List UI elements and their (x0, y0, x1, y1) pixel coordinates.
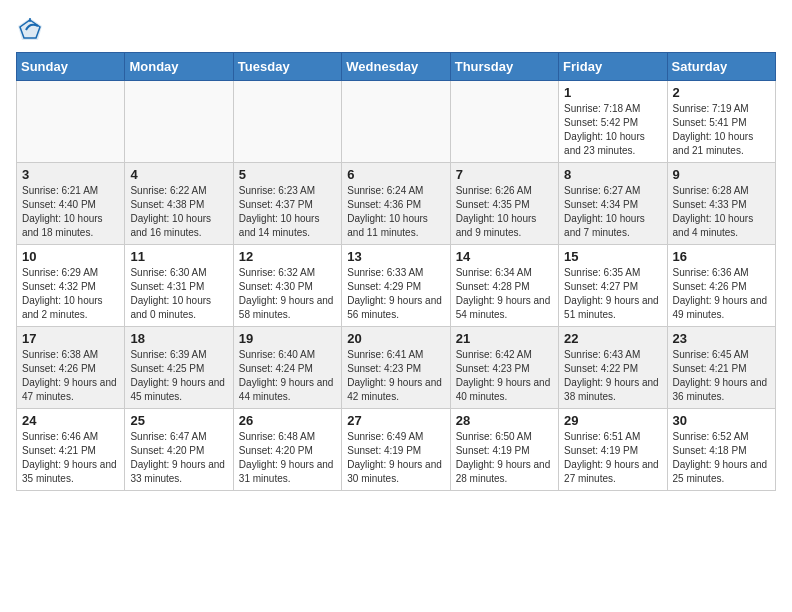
day-number: 2 (673, 85, 770, 100)
day-number: 17 (22, 331, 119, 346)
calendar-cell: 13Sunrise: 6:33 AM Sunset: 4:29 PM Dayli… (342, 245, 450, 327)
col-header-saturday: Saturday (667, 53, 775, 81)
calendar-cell: 6Sunrise: 6:24 AM Sunset: 4:36 PM Daylig… (342, 163, 450, 245)
day-number: 25 (130, 413, 227, 428)
calendar-cell: 9Sunrise: 6:28 AM Sunset: 4:33 PM Daylig… (667, 163, 775, 245)
day-info: Sunrise: 6:36 AM Sunset: 4:26 PM Dayligh… (673, 266, 770, 322)
col-header-thursday: Thursday (450, 53, 558, 81)
day-info: Sunrise: 6:28 AM Sunset: 4:33 PM Dayligh… (673, 184, 770, 240)
day-number: 14 (456, 249, 553, 264)
day-info: Sunrise: 6:47 AM Sunset: 4:20 PM Dayligh… (130, 430, 227, 486)
col-header-monday: Monday (125, 53, 233, 81)
col-header-friday: Friday (559, 53, 667, 81)
day-number: 3 (22, 167, 119, 182)
day-info: Sunrise: 7:19 AM Sunset: 5:41 PM Dayligh… (673, 102, 770, 158)
day-info: Sunrise: 6:24 AM Sunset: 4:36 PM Dayligh… (347, 184, 444, 240)
day-info: Sunrise: 6:29 AM Sunset: 4:32 PM Dayligh… (22, 266, 119, 322)
calendar-cell: 10Sunrise: 6:29 AM Sunset: 4:32 PM Dayli… (17, 245, 125, 327)
day-info: Sunrise: 6:21 AM Sunset: 4:40 PM Dayligh… (22, 184, 119, 240)
day-info: Sunrise: 6:34 AM Sunset: 4:28 PM Dayligh… (456, 266, 553, 322)
day-number: 10 (22, 249, 119, 264)
day-number: 15 (564, 249, 661, 264)
day-number: 1 (564, 85, 661, 100)
day-info: Sunrise: 6:35 AM Sunset: 4:27 PM Dayligh… (564, 266, 661, 322)
calendar-cell: 15Sunrise: 6:35 AM Sunset: 4:27 PM Dayli… (559, 245, 667, 327)
calendar-cell (17, 81, 125, 163)
calendar-cell: 24Sunrise: 6:46 AM Sunset: 4:21 PM Dayli… (17, 409, 125, 491)
calendar-cell: 18Sunrise: 6:39 AM Sunset: 4:25 PM Dayli… (125, 327, 233, 409)
day-number: 19 (239, 331, 336, 346)
day-info: Sunrise: 6:23 AM Sunset: 4:37 PM Dayligh… (239, 184, 336, 240)
calendar-cell: 29Sunrise: 6:51 AM Sunset: 4:19 PM Dayli… (559, 409, 667, 491)
calendar-week-1: 1Sunrise: 7:18 AM Sunset: 5:42 PM Daylig… (17, 81, 776, 163)
calendar-cell: 19Sunrise: 6:40 AM Sunset: 4:24 PM Dayli… (233, 327, 341, 409)
calendar-header: SundayMondayTuesdayWednesdayThursdayFrid… (17, 53, 776, 81)
calendar-cell: 4Sunrise: 6:22 AM Sunset: 4:38 PM Daylig… (125, 163, 233, 245)
calendar-cell: 8Sunrise: 6:27 AM Sunset: 4:34 PM Daylig… (559, 163, 667, 245)
calendar-cell (450, 81, 558, 163)
day-number: 6 (347, 167, 444, 182)
day-info: Sunrise: 6:30 AM Sunset: 4:31 PM Dayligh… (130, 266, 227, 322)
day-number: 9 (673, 167, 770, 182)
calendar-cell: 3Sunrise: 6:21 AM Sunset: 4:40 PM Daylig… (17, 163, 125, 245)
calendar-cell: 2Sunrise: 7:19 AM Sunset: 5:41 PM Daylig… (667, 81, 775, 163)
day-info: Sunrise: 6:27 AM Sunset: 4:34 PM Dayligh… (564, 184, 661, 240)
day-info: Sunrise: 6:33 AM Sunset: 4:29 PM Dayligh… (347, 266, 444, 322)
day-number: 18 (130, 331, 227, 346)
day-info: Sunrise: 6:39 AM Sunset: 4:25 PM Dayligh… (130, 348, 227, 404)
calendar-cell: 25Sunrise: 6:47 AM Sunset: 4:20 PM Dayli… (125, 409, 233, 491)
day-info: Sunrise: 6:32 AM Sunset: 4:30 PM Dayligh… (239, 266, 336, 322)
day-number: 11 (130, 249, 227, 264)
day-number: 29 (564, 413, 661, 428)
header-row: SundayMondayTuesdayWednesdayThursdayFrid… (17, 53, 776, 81)
calendar-cell: 22Sunrise: 6:43 AM Sunset: 4:22 PM Dayli… (559, 327, 667, 409)
day-number: 16 (673, 249, 770, 264)
day-info: Sunrise: 6:49 AM Sunset: 4:19 PM Dayligh… (347, 430, 444, 486)
day-number: 27 (347, 413, 444, 428)
day-info: Sunrise: 6:51 AM Sunset: 4:19 PM Dayligh… (564, 430, 661, 486)
col-header-tuesday: Tuesday (233, 53, 341, 81)
calendar-cell: 7Sunrise: 6:26 AM Sunset: 4:35 PM Daylig… (450, 163, 558, 245)
calendar-cell: 30Sunrise: 6:52 AM Sunset: 4:18 PM Dayli… (667, 409, 775, 491)
calendar-cell (233, 81, 341, 163)
day-number: 13 (347, 249, 444, 264)
calendar-week-2: 3Sunrise: 6:21 AM Sunset: 4:40 PM Daylig… (17, 163, 776, 245)
calendar-cell: 28Sunrise: 6:50 AM Sunset: 4:19 PM Dayli… (450, 409, 558, 491)
calendar-week-5: 24Sunrise: 6:46 AM Sunset: 4:21 PM Dayli… (17, 409, 776, 491)
day-info: Sunrise: 6:52 AM Sunset: 4:18 PM Dayligh… (673, 430, 770, 486)
calendar-cell: 12Sunrise: 6:32 AM Sunset: 4:30 PM Dayli… (233, 245, 341, 327)
day-number: 4 (130, 167, 227, 182)
day-number: 20 (347, 331, 444, 346)
calendar-cell: 14Sunrise: 6:34 AM Sunset: 4:28 PM Dayli… (450, 245, 558, 327)
page-header (16, 16, 776, 44)
day-info: Sunrise: 6:46 AM Sunset: 4:21 PM Dayligh… (22, 430, 119, 486)
day-number: 26 (239, 413, 336, 428)
day-info: Sunrise: 6:42 AM Sunset: 4:23 PM Dayligh… (456, 348, 553, 404)
day-info: Sunrise: 6:26 AM Sunset: 4:35 PM Dayligh… (456, 184, 553, 240)
day-number: 22 (564, 331, 661, 346)
day-info: Sunrise: 6:43 AM Sunset: 4:22 PM Dayligh… (564, 348, 661, 404)
day-info: Sunrise: 6:50 AM Sunset: 4:19 PM Dayligh… (456, 430, 553, 486)
day-info: Sunrise: 7:18 AM Sunset: 5:42 PM Dayligh… (564, 102, 661, 158)
day-info: Sunrise: 6:40 AM Sunset: 4:24 PM Dayligh… (239, 348, 336, 404)
day-info: Sunrise: 6:41 AM Sunset: 4:23 PM Dayligh… (347, 348, 444, 404)
logo-icon (16, 16, 44, 44)
calendar-cell: 1Sunrise: 7:18 AM Sunset: 5:42 PM Daylig… (559, 81, 667, 163)
day-number: 24 (22, 413, 119, 428)
calendar-body: 1Sunrise: 7:18 AM Sunset: 5:42 PM Daylig… (17, 81, 776, 491)
day-info: Sunrise: 6:38 AM Sunset: 4:26 PM Dayligh… (22, 348, 119, 404)
col-header-sunday: Sunday (17, 53, 125, 81)
day-info: Sunrise: 6:45 AM Sunset: 4:21 PM Dayligh… (673, 348, 770, 404)
calendar-table: SundayMondayTuesdayWednesdayThursdayFrid… (16, 52, 776, 491)
day-number: 12 (239, 249, 336, 264)
calendar-cell: 5Sunrise: 6:23 AM Sunset: 4:37 PM Daylig… (233, 163, 341, 245)
calendar-week-4: 17Sunrise: 6:38 AM Sunset: 4:26 PM Dayli… (17, 327, 776, 409)
calendar-cell: 20Sunrise: 6:41 AM Sunset: 4:23 PM Dayli… (342, 327, 450, 409)
calendar-cell: 16Sunrise: 6:36 AM Sunset: 4:26 PM Dayli… (667, 245, 775, 327)
calendar-cell: 11Sunrise: 6:30 AM Sunset: 4:31 PM Dayli… (125, 245, 233, 327)
calendar-cell (125, 81, 233, 163)
logo (16, 16, 48, 44)
day-info: Sunrise: 6:48 AM Sunset: 4:20 PM Dayligh… (239, 430, 336, 486)
day-number: 7 (456, 167, 553, 182)
calendar-cell: 26Sunrise: 6:48 AM Sunset: 4:20 PM Dayli… (233, 409, 341, 491)
